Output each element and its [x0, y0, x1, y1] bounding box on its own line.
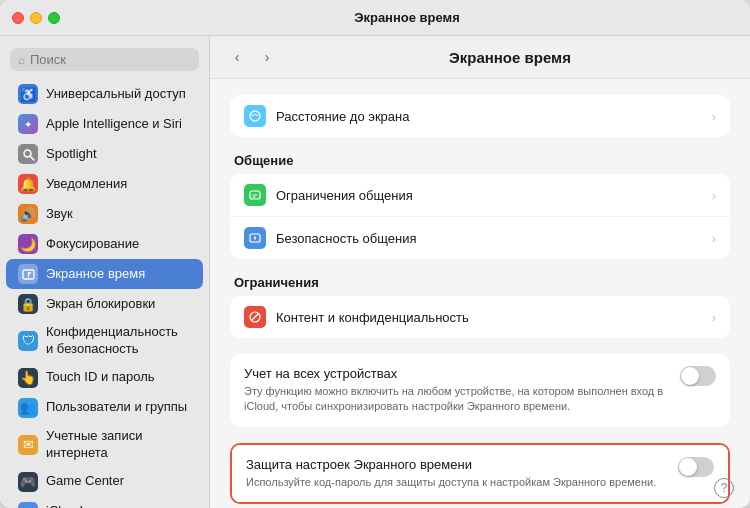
content-privacy-chevron: ›	[712, 310, 716, 325]
sidebar-item-icloud[interactable]: ☁ iCloud	[6, 497, 203, 508]
sidebar-item-label: Экран блокировки	[46, 296, 155, 313]
svg-line-1	[30, 156, 34, 160]
search-container: ⌕	[0, 44, 209, 79]
focus-icon: 🌙	[18, 234, 38, 254]
sidebar-item-gamecenter[interactable]: 🎮 Game Center	[6, 467, 203, 497]
sidebar-item-label: Пользователи и группы	[46, 399, 187, 416]
sidebar-item-label: Фокусирование	[46, 236, 139, 253]
distance-card: Расстояние до экрана ›	[230, 95, 730, 137]
right-panel: ‹ › Экранное время	[210, 36, 750, 508]
protect-settings-title: Защита настроек Экранного времени	[246, 457, 666, 472]
comm-safety-row[interactable]: Безопасность общения ›	[230, 217, 730, 259]
search-icon: ⌕	[18, 53, 25, 67]
distance-label: Расстояние до экрана	[276, 109, 712, 124]
title-bar: Экранное время	[0, 0, 750, 36]
comm-limits-row[interactable]: Ограничения общения ›	[230, 174, 730, 217]
comm-safety-chevron: ›	[712, 231, 716, 246]
sidebar-item-accounts[interactable]: ✉ Учетные записи интернета	[6, 423, 203, 467]
sidebar-item-label: iCloud	[46, 503, 83, 508]
restrictions-card: Контент и конфиденциальность ›	[230, 296, 730, 338]
all-devices-toggle[interactable]	[680, 366, 716, 386]
right-panel-wrapper: ‹ › Экранное время	[210, 36, 750, 508]
panel-header: ‹ › Экранное время	[210, 36, 750, 79]
sidebar-item-users[interactable]: 👥 Пользователи и группы	[6, 393, 203, 423]
main-window: Экранное время ⌕ ♿ Универсальный доступ …	[0, 0, 750, 508]
sidebar-item-label: Touch ID и пароль	[46, 369, 155, 386]
distance-chevron: ›	[712, 109, 716, 124]
comm-safety-label: Безопасность общения	[276, 231, 712, 246]
distance-icon	[244, 105, 266, 127]
all-devices-desc: Эту функцию можно включить на любом устр…	[244, 384, 668, 415]
chevron-left-icon: ‹	[235, 49, 240, 65]
search-input[interactable]	[30, 52, 191, 67]
nav-back-button[interactable]: ‹	[226, 46, 248, 68]
communication-card: Ограничения общения › Без	[230, 174, 730, 259]
sidebar-item-label: Уведомления	[46, 176, 127, 193]
communication-section-title: Общение	[230, 153, 730, 168]
sidebar-item-apple-intelligence[interactable]: ✦ Apple Intelligence и Siri	[6, 109, 203, 139]
restrictions-section-title: Ограничения	[230, 275, 730, 290]
window-title: Экранное время	[76, 10, 738, 25]
protect-settings-text: Защита настроек Экранного времени Исполь…	[246, 457, 666, 490]
siri-icon: ✦	[18, 114, 38, 134]
content-privacy-label: Контент и конфиденциальность	[276, 310, 712, 325]
users-icon: 👥	[18, 398, 38, 418]
sidebar-item-screentime[interactable]: Экранное время	[6, 259, 203, 289]
sidebar-item-focus[interactable]: 🌙 Фокусирование	[6, 229, 203, 259]
sidebar-item-spotlight[interactable]: Spotlight	[6, 139, 203, 169]
protect-settings-card: Защита настроек Экранного времени Исполь…	[230, 443, 730, 504]
lockscreen-icon: 🔒	[18, 294, 38, 314]
main-content: ⌕ ♿ Универсальный доступ ✦ Apple Intelli…	[0, 36, 750, 508]
sidebar-item-label: Game Center	[46, 473, 124, 490]
comm-limits-chevron: ›	[712, 188, 716, 203]
comm-limits-label: Ограничения общения	[276, 188, 712, 203]
icloud-icon: ☁	[18, 502, 38, 508]
help-button[interactable]: ?	[714, 478, 734, 498]
screentime-icon	[18, 264, 38, 284]
svg-point-5	[250, 111, 260, 121]
sidebar-item-universal[interactable]: ♿ Универсальный доступ	[6, 79, 203, 109]
maximize-button[interactable]	[48, 12, 60, 24]
sidebar-item-label: Учетные записи интернета	[46, 428, 191, 462]
chevron-right-icon: ›	[265, 49, 270, 65]
gamecenter-icon: 🎮	[18, 472, 38, 492]
close-button[interactable]	[12, 12, 24, 24]
accounts-icon: ✉	[18, 435, 38, 455]
all-devices-title: Учет на всех устройствах	[244, 366, 668, 381]
protect-toggle-knob	[679, 458, 697, 476]
universal-icon: ♿	[18, 84, 38, 104]
protect-settings-toggle[interactable]	[678, 457, 714, 477]
sidebar-item-notifications[interactable]: 🔔 Уведомления	[6, 169, 203, 199]
sidebar-item-privacy[interactable]: 🛡 Конфиденциальностьи безопасность	[6, 319, 203, 363]
sidebar-item-sound[interactable]: 🔊 Звук	[6, 199, 203, 229]
sidebar-item-touchid[interactable]: 👆 Touch ID и пароль	[6, 363, 203, 393]
touchid-icon: 👆	[18, 368, 38, 388]
sidebar-item-label: Apple Intelligence и Siri	[46, 116, 182, 133]
comm-safety-icon	[244, 227, 266, 249]
all-devices-text: Учет на всех устройствах Эту функцию мож…	[244, 366, 668, 415]
notifications-icon: 🔔	[18, 174, 38, 194]
sidebar: ⌕ ♿ Универсальный доступ ✦ Apple Intelli…	[0, 36, 210, 508]
privacy-icon: 🛡	[18, 331, 38, 351]
toggle-knob	[681, 367, 699, 385]
search-box[interactable]: ⌕	[10, 48, 199, 71]
nav-forward-button[interactable]: ›	[256, 46, 278, 68]
sidebar-item-label: Звук	[46, 206, 73, 223]
sidebar-item-label: Конфиденциальностьи безопасность	[46, 324, 178, 358]
content-privacy-icon	[244, 306, 266, 328]
sidebar-item-lockscreen[interactable]: 🔒 Экран блокировки	[6, 289, 203, 319]
sound-icon: 🔊	[18, 204, 38, 224]
panel-content: Расстояние до экрана › Общение	[210, 79, 750, 508]
all-devices-card: Учет на всех устройствах Эту функцию мож…	[230, 354, 730, 427]
spotlight-icon	[18, 144, 38, 164]
minimize-button[interactable]	[30, 12, 42, 24]
panel-title: Экранное время	[286, 49, 734, 66]
sidebar-item-label: Spotlight	[46, 146, 97, 163]
sidebar-item-label: Универсальный доступ	[46, 86, 186, 103]
protect-settings-row: Защита настроек Экранного времени Исполь…	[232, 445, 728, 502]
comm-limits-icon	[244, 184, 266, 206]
distance-row[interactable]: Расстояние до экрана ›	[230, 95, 730, 137]
content-privacy-row[interactable]: Контент и конфиденциальность ›	[230, 296, 730, 338]
svg-line-10	[252, 314, 258, 320]
traffic-lights	[12, 12, 60, 24]
